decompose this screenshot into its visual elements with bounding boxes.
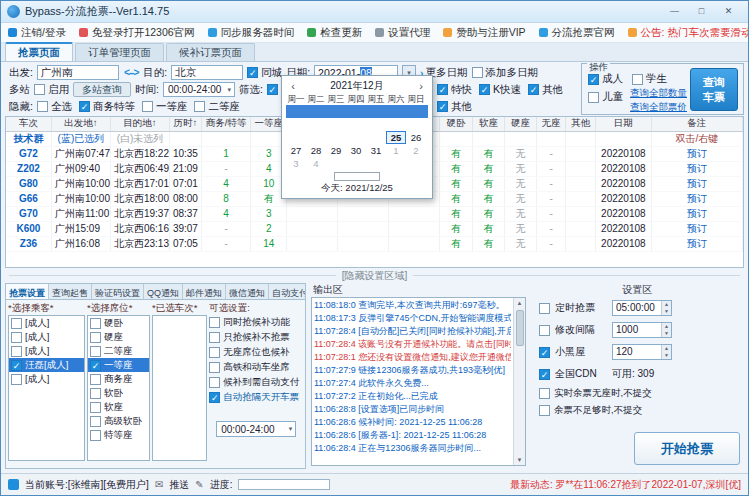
grab-option-checkbox-1[interactable] — [209, 317, 220, 328]
grab-option-1[interactable]: 同时抢候补功能 — [209, 315, 303, 330]
hide-checkbox-4[interactable] — [194, 101, 205, 112]
passenger-item-2[interactable]: [成人] — [9, 330, 84, 344]
calendar-prev-icon[interactable]: ‹ — [286, 80, 300, 92]
hide-option-1[interactable]: 全选 — [37, 100, 72, 114]
maximize-button[interactable]: □ — [688, 3, 715, 20]
toolbar-item-1[interactable]: 注销/登录 — [8, 26, 66, 40]
column-header-4[interactable]: 历时↑ — [170, 117, 202, 131]
filter-option-1[interactable]: ✓特快 — [437, 83, 472, 97]
toolbar-item-6[interactable]: 赞助与注册VIP — [443, 26, 525, 40]
setting-spinner-3[interactable]: 120▲▼ — [612, 344, 672, 360]
book-link[interactable]: 预订 — [651, 146, 742, 161]
train-code[interactable]: G66 — [6, 191, 51, 206]
scroll-down-icon[interactable]: ▼ — [517, 455, 523, 465]
seat-item-1[interactable]: 硬卧 — [88, 316, 149, 330]
multi-query-button[interactable]: 多站查询 — [73, 82, 131, 97]
submit-check-1[interactable]: 实时余票无座时,不提交 — [531, 385, 744, 402]
seat-item-5[interactable]: 商务座 — [88, 372, 149, 386]
setting-checkbox-1[interactable] — [539, 303, 550, 314]
seat-checkbox-1[interactable] — [90, 318, 101, 329]
spin-down-icon[interactable]: ▼ — [662, 352, 671, 359]
column-header-11[interactable]: 软座 — [472, 117, 505, 131]
calendar-today-link[interactable]: 今天: 2021/12/25 — [286, 182, 428, 195]
filter-checkbox-1[interactable]: ✓ — [267, 84, 278, 95]
passenger-checkbox-5[interactable] — [11, 374, 22, 385]
output-scrollbar[interactable]: ▲ ▼ — [513, 298, 525, 465]
passenger-checkbox-3[interactable] — [11, 346, 22, 357]
spin-up-icon[interactable]: ▲ — [662, 345, 671, 352]
column-header-5[interactable]: 商务/特等 — [201, 117, 251, 131]
book-link[interactable]: 预订 — [651, 236, 742, 251]
calendar-day-4[interactable]: 4 — [306, 157, 326, 170]
grab-option-checkbox-6[interactable]: ✓ — [209, 392, 220, 403]
column-header-3[interactable]: 目的地↑ — [110, 117, 169, 131]
calendar-day-29[interactable]: 29 — [326, 144, 346, 157]
passenger-list[interactable]: [成人][成人][成人]✓汪磊[成人][成人] — [8, 315, 85, 461]
grab-option-6[interactable]: ✓自动抢隔天开车票 — [209, 390, 303, 405]
seat-item-7[interactable]: 软座 — [88, 400, 149, 414]
column-header-2[interactable]: 出发地↑ — [51, 117, 110, 131]
page-tab-3[interactable]: 候补订票页面 — [166, 43, 255, 61]
start-grab-button[interactable]: 开始抢票 — [634, 432, 740, 465]
close-button[interactable]: ✕ — [715, 3, 742, 20]
setting-spinner-2[interactable]: 1000▲▼ — [612, 322, 672, 338]
column-header-1[interactable]: 车次 — [6, 117, 51, 131]
tech-group-link[interactable]: 技术群 — [6, 131, 51, 146]
student-option[interactable]: 学生 — [632, 72, 667, 86]
depart-time-select[interactable]: 00:00-24:00▾ — [216, 421, 296, 437]
column-header-12[interactable]: 硬座 — [505, 117, 537, 131]
spin-up-icon[interactable]: ▲ — [662, 323, 671, 330]
grab-option-5[interactable]: 候补到需自动支付 — [209, 375, 303, 390]
book-link[interactable]: 预订 — [651, 206, 742, 221]
calendar-day-2[interactable]: 2 — [406, 144, 426, 157]
submit-check-2[interactable]: 余票不足够时,不提交 — [531, 402, 744, 419]
grab-option-3[interactable]: 无座席位也候补 — [209, 345, 303, 360]
grab-option-checkbox-3[interactable] — [209, 347, 220, 358]
calendar-next-icon[interactable]: › — [414, 80, 428, 92]
book-link[interactable]: 预订 — [651, 191, 742, 206]
to-input[interactable]: 北京 — [171, 65, 243, 80]
page-tab-2[interactable]: 订单管理页面 — [75, 43, 164, 61]
filter-option-3[interactable]: ✓其他 — [528, 83, 563, 97]
adult-option[interactable]: ✓成人 — [588, 72, 623, 86]
grab-option-checkbox-5[interactable] — [209, 377, 220, 388]
toolbar-item-4[interactable]: 检查更新 — [307, 26, 362, 40]
child-checkbox[interactable] — [588, 92, 599, 103]
seat-checkbox-4[interactable]: ✓ — [90, 360, 101, 371]
seat-checkbox-7[interactable] — [90, 402, 101, 413]
grab-option-checkbox-2[interactable] — [209, 332, 220, 343]
calendar-day-26[interactable]: 26 — [406, 131, 426, 144]
query-all-price-link[interactable]: 查询全部票价 — [630, 101, 687, 114]
column-header-14[interactable]: 其他 — [566, 117, 596, 131]
spin-down-icon[interactable]: ▼ — [662, 330, 671, 337]
train-row-5[interactable]: G70广州南11:00北京西19:3708:3743有有无-20220108预订 — [6, 206, 743, 221]
passenger-item-3[interactable]: [成人] — [9, 344, 84, 358]
train-code[interactable]: K600 — [6, 221, 51, 236]
from-input[interactable]: 广州南 — [37, 65, 119, 80]
passenger-item-4[interactable]: ✓汪磊[成人] — [9, 358, 84, 372]
scrollbar-thumb[interactable] — [516, 310, 524, 346]
hide-checkbox-1[interactable]: ✓ — [437, 101, 448, 112]
calendar-day-30[interactable]: 30 — [346, 144, 366, 157]
hide-option-1[interactable]: ✓其他 — [437, 100, 472, 114]
column-header-15[interactable]: 日期 — [596, 117, 652, 131]
grab-option-4[interactable]: 高铁和动车坐席 — [209, 360, 303, 375]
calendar-day-27[interactable]: 27 — [286, 144, 306, 157]
setting-checkbox-4[interactable]: ✓ — [539, 369, 550, 380]
calendar-day-31[interactable]: 31 — [366, 144, 386, 157]
seat-item-3[interactable]: 二等座 — [88, 344, 149, 358]
seat-checkbox-6[interactable] — [90, 388, 101, 399]
train-code[interactable]: G72 — [6, 146, 51, 161]
scroll-up-icon[interactable]: ▲ — [517, 298, 523, 308]
student-checkbox[interactable] — [632, 74, 643, 85]
book-link[interactable]: 预订 — [651, 176, 742, 191]
setting-spinner-1[interactable]: 05:00:00▲▼ — [612, 300, 672, 316]
add-multi-date-option[interactable]: 添加多日期 — [472, 66, 539, 80]
seat-list[interactable]: 硬卧硬座二等座✓一等座商务座软卧软座高级软卧特等座 — [87, 315, 150, 461]
setting-checkbox-3[interactable]: ✓ — [539, 347, 550, 358]
submit-checkbox-1[interactable] — [539, 388, 550, 399]
grab-tab-5[interactable]: 邮件通知 — [183, 284, 226, 299]
minimize-button[interactable]: — — [661, 3, 688, 20]
seat-item-4[interactable]: ✓一等座 — [88, 358, 149, 372]
seat-item-2[interactable]: 硬座 — [88, 330, 149, 344]
